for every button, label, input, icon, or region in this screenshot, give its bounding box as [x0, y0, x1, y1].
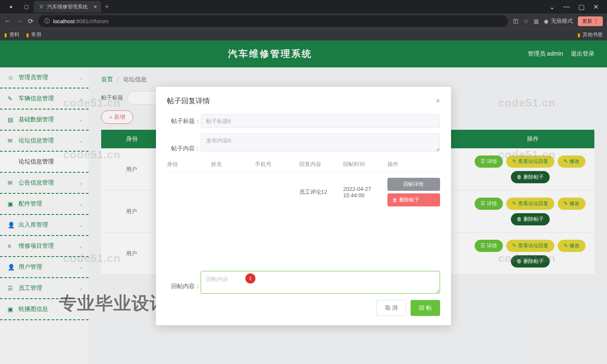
incognito-icon: ◉ — [544, 18, 548, 24]
delete-reply-button[interactable]: 🗑删除帖子 — [387, 193, 440, 206]
close-window-icon[interactable]: ✕ — [593, 3, 599, 11]
trash-icon: 🗑 — [392, 197, 398, 203]
text-cursor-icon: I — [245, 273, 255, 284]
submit-button[interactable]: 回 帖 — [411, 300, 440, 316]
star-icon[interactable]: ☆ — [524, 18, 529, 24]
close-icon[interactable]: × — [94, 3, 97, 10]
form-label: 回帖内容： — [167, 271, 201, 295]
other-bookmarks[interactable]: ▮其他书签 — [577, 31, 603, 38]
cancel-button[interactable]: 取 消 — [376, 300, 407, 316]
inner-header: 回帖时间 — [343, 161, 387, 168]
modal-backdrop: 帖子回复详情 × 帖子标题： 帖子内容： 发布内容6 身份 姓名 手机号 回复内… — [0, 40, 607, 364]
inner-header: 身份 — [167, 161, 211, 168]
form-label: 帖子内容： — [167, 133, 201, 153]
tab-bar: ● ▢ V 汽车维修管理系统 × + ⌄ — ▢ ✕ — [0, 0, 607, 13]
inner-header: 操作 — [387, 161, 440, 168]
back-icon[interactable]: ← — [4, 17, 11, 25]
browser-tab[interactable]: ● — [3, 1, 19, 13]
bookmark-item[interactable]: ▮资料 — [4, 31, 19, 38]
extension-icon[interactable]: ▥ — [534, 18, 539, 24]
tab-title: 汽车维修管理系统 — [47, 3, 88, 11]
form-label: 帖子标题： — [167, 114, 201, 128]
inner-header: 姓名 — [211, 161, 255, 168]
browser-tab[interactable]: ▢ — [19, 1, 34, 13]
reply-detail-button[interactable]: 回帖详情 — [387, 178, 440, 191]
chevron-down-icon[interactable]: ⌄ — [549, 3, 555, 11]
browser-tab-active[interactable]: V 汽车维修管理系统 × — [34, 1, 101, 13]
maximize-icon[interactable]: ▢ — [578, 3, 585, 11]
address-bar[interactable]: ⓘ localhost:8081/#/forum — [38, 15, 508, 27]
reload-icon[interactable]: ⟳ — [28, 17, 33, 25]
forward-icon[interactable]: → — [16, 17, 23, 25]
inner-table-row: 员工评论12 2022-04-27 15:44:00 回帖详情 🗑删除帖子 — [167, 172, 440, 212]
reply-textarea[interactable] — [201, 271, 440, 294]
modal-title: 帖子回复详情 — [167, 96, 210, 106]
new-tab-button[interactable]: + — [101, 3, 113, 11]
close-icon[interactable]: × — [435, 96, 440, 105]
post-title-field — [201, 114, 440, 128]
bookmark-item[interactable]: ▮常用 — [26, 31, 41, 38]
update-button[interactable]: 更新 ⋮ — [578, 16, 603, 26]
inner-header: 回复内容 — [299, 161, 344, 168]
incognito-badge: ◉ 无痕模式 — [544, 17, 573, 25]
inner-header: 手机号 — [255, 161, 299, 168]
minimize-icon[interactable]: — — [563, 3, 570, 11]
post-content-field: 发布内容6 — [201, 133, 440, 152]
key-icon[interactable]: ⚿ — [513, 18, 518, 24]
reply-detail-modal: 帖子回复详情 × 帖子标题： 帖子内容： 发布内容6 身份 姓名 手机号 回复内… — [156, 87, 451, 325]
